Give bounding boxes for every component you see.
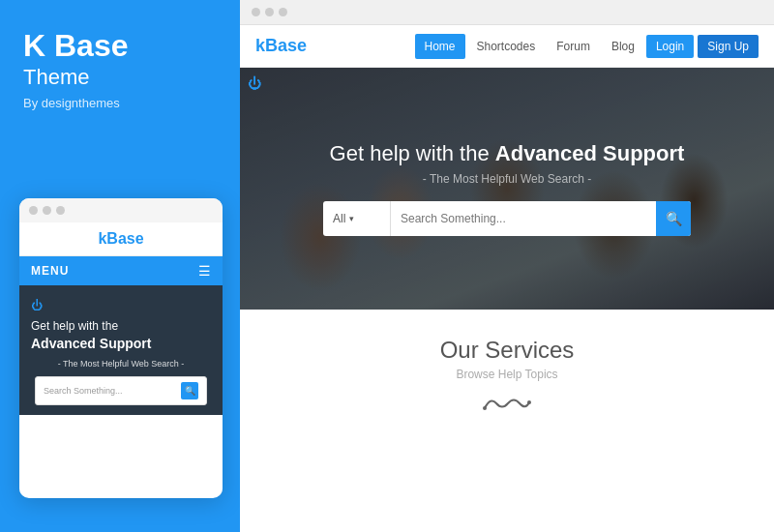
desktop-window-bar <box>240 0 774 25</box>
mobile-search-button[interactable]: 🔍 <box>181 382 198 399</box>
mobile-power-icon: ⏻ <box>31 299 211 312</box>
search-icon: 🔍 <box>666 211 682 226</box>
hero-tagline: - The Most Helpful Web Search - <box>323 172 691 186</box>
brand-name: K Base <box>23 29 217 63</box>
mobile-search-placeholder: Search Something... <box>44 386 123 396</box>
hero-title: Get help with the Advanced Support <box>323 141 691 166</box>
mobile-hero-text: Get help with the Advanced Support <box>31 318 211 353</box>
dot-3 <box>56 206 65 215</box>
mobile-hero-bold: Advanced Support <box>31 335 211 354</box>
nav-link-forum[interactable]: Forum <box>547 34 600 59</box>
services-section: Our Services Browse Help Topics <box>240 310 774 429</box>
brand-theme: Theme <box>23 65 217 90</box>
nav-link-blog[interactable]: Blog <box>602 34 644 59</box>
search-button[interactable]: 🔍 <box>656 201 691 236</box>
search-category-label: All <box>333 212 345 225</box>
hero-title-bold: Advanced Support <box>495 141 685 165</box>
search-input[interactable] <box>391 201 656 236</box>
left-panel: K Base Theme By designthemes kBase MENU … <box>0 0 240 532</box>
mobile-search-bar[interactable]: Search Something... 🔍 <box>35 376 207 405</box>
dot-1 <box>29 206 38 215</box>
services-subtitle: Browse Help Topics <box>259 368 755 381</box>
desktop-logo-k: k <box>255 36 265 55</box>
mobile-hero-tagline: - The Most Helpful Web Search - <box>31 359 211 369</box>
mobile-hero-prefix: Get help with the <box>31 319 118 333</box>
mobile-logo: kBase <box>98 230 143 248</box>
desktop-nav: kBase Home Shortcodes Forum Blog Login S… <box>240 25 774 68</box>
mobile-menu-bar: MENU ☰ <box>19 256 223 285</box>
desktop-dot-2 <box>265 8 274 16</box>
desktop-hero: ⏻ Get help with the Advanced Support - T… <box>240 68 774 310</box>
desktop-dot-1 <box>252 8 260 16</box>
search-category-dropdown[interactable]: All ▾ <box>323 201 391 236</box>
desktop-power-icon: ⏻ <box>248 75 261 91</box>
chevron-down-icon: ▾ <box>349 214 354 223</box>
mobile-preview-card: kBase MENU ☰ ⏻ Get help with the Advance… <box>19 198 223 498</box>
hero-tagline-text: - The Most Helpful Web Search - <box>423 172 591 186</box>
right-panel: kBase Home Shortcodes Forum Blog Login S… <box>240 0 774 532</box>
dot-2 <box>43 206 51 215</box>
mobile-window-bar <box>19 198 223 222</box>
brand-author: By designthemes <box>23 96 217 110</box>
desktop-nav-links: Home Shortcodes Forum Blog Login Sign Up <box>415 34 759 59</box>
mobile-menu-label: MENU <box>31 264 69 278</box>
desktop-logo-base: Base <box>265 36 307 55</box>
svg-point-1 <box>483 406 487 410</box>
nav-link-shortcodes[interactable]: Shortcodes <box>467 34 546 59</box>
signup-button[interactable]: Sign Up <box>698 35 759 58</box>
mobile-logo-base: Base <box>106 230 143 247</box>
hamburger-icon: ☰ <box>198 263 211 279</box>
hero-title-prefix: Get help with the <box>330 141 495 165</box>
services-wave-icon <box>259 393 755 419</box>
nav-link-home[interactable]: Home <box>415 34 465 59</box>
svg-point-0 <box>527 400 531 404</box>
hero-content: Get help with the Advanced Support - The… <box>304 141 710 236</box>
desktop-dot-3 <box>279 8 287 16</box>
hero-search-row[interactable]: All ▾ 🔍 <box>323 201 691 236</box>
mobile-hero: ⏻ Get help with the Advanced Support - T… <box>19 285 223 415</box>
mobile-logo-k: k <box>98 230 106 247</box>
desktop-logo: kBase <box>255 36 307 56</box>
services-title: Our Services <box>259 337 755 364</box>
login-button[interactable]: Login <box>646 35 694 58</box>
mobile-nav: kBase <box>19 222 223 256</box>
